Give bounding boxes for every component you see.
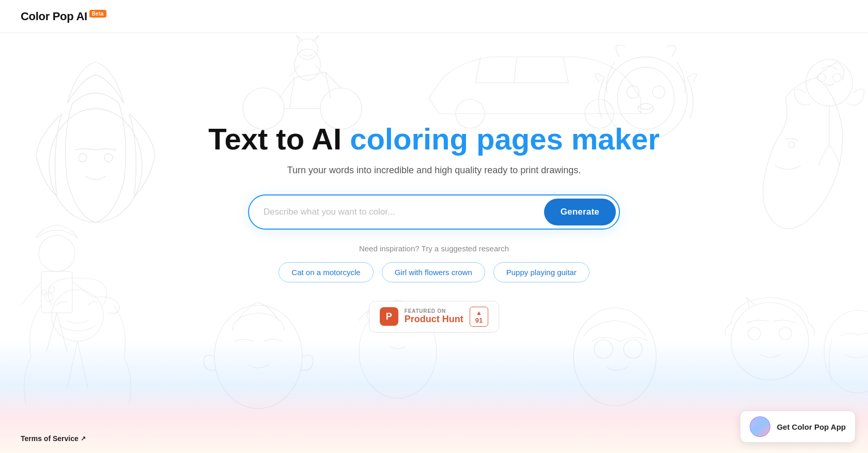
- product-hunt-text: FEATURED ON Product Hunt: [405, 308, 463, 325]
- header: Color Pop AI Beta: [0, 0, 868, 33]
- get-app-text: Get Color Pop App: [777, 422, 846, 431]
- terms-link[interactable]: Terms of Service ↗: [21, 434, 86, 443]
- suggestions-container: Cat on a motorcycle Girl with flowers cr…: [278, 262, 589, 282]
- hero-subtitle: Turn your words into incredible and high…: [287, 165, 581, 176]
- get-app-button[interactable]: Get Color Pop App: [740, 411, 856, 443]
- app-avatar: [750, 416, 770, 437]
- product-hunt-name: Product Hunt: [405, 314, 463, 325]
- product-hunt-arrow: ▲: [476, 309, 482, 316]
- footer: Terms of Service ↗: [0, 424, 868, 453]
- hero-title-part1: Text to AI: [208, 122, 350, 156]
- product-hunt-count: 91: [475, 316, 483, 324]
- product-hunt-badge[interactable]: P FEATURED ON Product Hunt ▲ 91: [369, 301, 499, 333]
- search-container: Generate: [248, 194, 620, 230]
- logo: Color Pop AI Beta: [21, 10, 106, 23]
- main-content: Text to AI coloring pages maker Turn you…: [0, 33, 868, 453]
- suggestion-chip-2[interactable]: Puppy playing guitar: [493, 262, 590, 282]
- product-hunt-icon: P: [380, 307, 398, 326]
- product-hunt-votes: ▲ 91: [470, 307, 488, 327]
- hero-title-part2: coloring pages maker: [350, 122, 660, 156]
- product-hunt-featured-label: FEATURED ON: [405, 308, 463, 314]
- app-avatar-inner: [750, 417, 770, 436]
- external-link-icon: ↗: [81, 435, 86, 442]
- suggestion-chip-0[interactable]: Cat on a motorcycle: [278, 262, 373, 282]
- generate-button[interactable]: Generate: [544, 199, 616, 225]
- suggestion-chip-1[interactable]: Girl with flowers crown: [382, 262, 485, 282]
- hero-title: Text to AI coloring pages maker: [208, 123, 659, 156]
- inspiration-text: Need inspiration? Try a suggested resear…: [359, 244, 509, 253]
- terms-label: Terms of Service: [21, 434, 79, 443]
- beta-badge: Beta: [89, 10, 106, 18]
- logo-text: Color Pop AI: [21, 10, 87, 23]
